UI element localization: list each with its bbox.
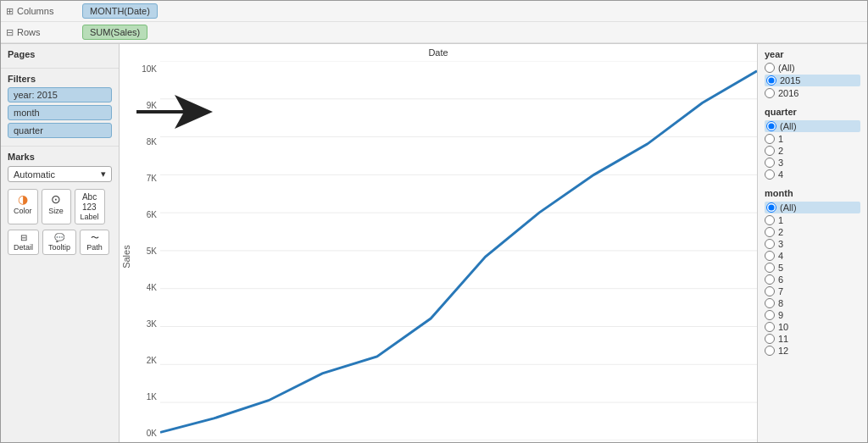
color-label: Color: [14, 207, 32, 215]
marks-icons-row: ◑ Color ⊙ Size Abc123 Label: [8, 189, 112, 224]
month-8-radio[interactable]: [765, 298, 775, 308]
month-10-label: 10: [778, 322, 788, 332]
month-filter-group: month (All) 1 2 3: [765, 188, 860, 356]
rows-text: Rows: [17, 27, 41, 37]
month-4-radio[interactable]: [765, 251, 775, 261]
month-2-radio[interactable]: [765, 227, 775, 237]
month-11-radio[interactable]: [765, 334, 775, 344]
quarter-filter-title: quarter: [765, 107, 860, 117]
body-row: Pages Filters year: 2015 month quarter M…: [1, 44, 867, 442]
month-1-row: 1: [765, 215, 860, 225]
year-2015-row: 2015: [765, 75, 860, 86]
month-5-radio[interactable]: [765, 263, 775, 273]
path-label: Path: [86, 243, 103, 252]
main-container: ⊞ Columns MONTH(Date) ⊟ Rows SUM(Sales) …: [1, 1, 867, 442]
quarter-all-radio[interactable]: [766, 121, 776, 131]
y-tick-4k: 4K: [133, 283, 157, 292]
month-all-row: (All): [765, 202, 860, 213]
shelf-area: ⊞ Columns MONTH(Date) ⊟ Rows SUM(Sales): [1, 1, 867, 44]
quarter-4-label: 4: [778, 169, 783, 180]
month-10-radio[interactable]: [765, 322, 775, 332]
year-all-radio[interactable]: [765, 63, 775, 73]
year-2015-radio[interactable]: [766, 75, 776, 86]
month-all-label: (All): [780, 202, 797, 213]
year-2015-label: 2015: [780, 75, 800, 86]
year-2016-radio[interactable]: [765, 88, 775, 98]
month-5-row: 5: [765, 263, 860, 273]
color-icon: ◑: [18, 192, 28, 207]
year-2016-row: 2016: [765, 88, 860, 98]
columns-text: Columns: [17, 6, 53, 16]
filter-quarter[interactable]: quarter: [8, 123, 112, 138]
rows-pill[interactable]: SUM(Sales): [82, 25, 147, 40]
label-text: Label: [81, 213, 99, 221]
month-8-row: 8: [765, 298, 860, 308]
quarter-4-row: 4: [765, 169, 860, 180]
month-11-label: 11: [778, 334, 788, 344]
quarter-4-radio[interactable]: [765, 169, 775, 180]
quarter-2-radio[interactable]: [765, 146, 775, 156]
chart-area: Date Sales 10K 9K 8K 7K 6K 5K 4K 3K 2K 1…: [120, 44, 757, 442]
detail-button[interactable]: ⊟ Detail: [8, 230, 39, 255]
tooltip-label: Tooltip: [48, 243, 70, 252]
color-button[interactable]: ◑ Color: [8, 189, 38, 224]
filter-month[interactable]: month: [8, 105, 112, 120]
year-2016-label: 2016: [778, 88, 798, 98]
year-filter-title: year: [765, 49, 860, 59]
month-6-label: 6: [778, 274, 783, 285]
marks-bottom-row: ⊟ Detail 💬 Tooltip 〜 Path: [8, 230, 112, 255]
month-1-radio[interactable]: [765, 215, 775, 225]
month-1-label: 1: [778, 215, 783, 225]
month-9-radio[interactable]: [765, 310, 775, 320]
y-axis-ticks: 10K 9K 8K 7K 6K 5K 4K 3K 2K 1K 0K: [133, 61, 160, 442]
size-icon: ⊙: [51, 192, 61, 207]
quarter-3-radio[interactable]: [765, 158, 775, 168]
quarter-3-label: 3: [778, 158, 783, 168]
month-6-radio[interactable]: [765, 274, 775, 285]
size-label: Size: [48, 207, 64, 215]
month-11-row: 11: [765, 334, 860, 344]
month-12-row: 12: [765, 346, 860, 356]
y-tick-3k: 3K: [133, 319, 157, 329]
filter-year[interactable]: year: 2015: [8, 87, 112, 102]
month-3-radio[interactable]: [765, 239, 775, 249]
label-icon: Abc123: [82, 192, 97, 213]
y-tick-8k: 8K: [133, 137, 157, 147]
month-7-radio[interactable]: [765, 286, 775, 296]
pages-section: Pages: [1, 44, 119, 69]
month-4-row: 4: [765, 251, 860, 261]
filters-title: Filters: [8, 74, 112, 84]
right-panel: year (All) 2015 2016 quarter: [757, 44, 867, 442]
label-button[interactable]: Abc123 Label: [75, 189, 105, 224]
tooltip-icon: 💬: [54, 233, 64, 243]
quarter-all-label: (All): [780, 121, 797, 131]
month-6-row: 6: [765, 274, 860, 285]
month-10-row: 10: [765, 322, 860, 332]
marks-type-dropdown[interactable]: Automatic ▾: [8, 166, 112, 182]
month-12-label: 12: [778, 346, 788, 356]
rows-label: ⊟ Rows: [6, 27, 82, 38]
quarter-3-row: 3: [765, 158, 860, 168]
quarter-filter-group: quarter (All) 1 2 3: [765, 107, 860, 180]
month-7-row: 7: [765, 286, 860, 296]
quarter-2-row: 2: [765, 146, 860, 156]
columns-pill[interactable]: MONTH(Date): [82, 3, 158, 19]
tooltip-button[interactable]: 💬 Tooltip: [42, 230, 76, 255]
chart-plot: January February March April May June Ju…: [160, 61, 757, 442]
y-tick-10k: 10K: [133, 64, 157, 74]
month-3-row: 3: [765, 239, 860, 249]
quarter-2-label: 2: [778, 146, 783, 156]
path-icon: 〜: [91, 233, 99, 243]
size-button[interactable]: ⊙ Size: [42, 189, 71, 224]
line-chart-svg: [160, 61, 757, 440]
month-12-radio[interactable]: [765, 346, 775, 356]
pages-title: Pages: [8, 49, 112, 59]
y-tick-0k: 0K: [133, 429, 157, 438]
y-tick-7k: 7K: [133, 174, 157, 183]
quarter-1-radio[interactable]: [765, 134, 775, 144]
year-all-row: (All): [765, 63, 860, 73]
marks-section: Marks Automatic ▾ ◑ Color ⊙ Size Abc12: [1, 147, 119, 260]
month-all-radio[interactable]: [766, 202, 776, 213]
path-button[interactable]: 〜 Path: [80, 230, 109, 255]
month-4-label: 4: [778, 251, 783, 261]
